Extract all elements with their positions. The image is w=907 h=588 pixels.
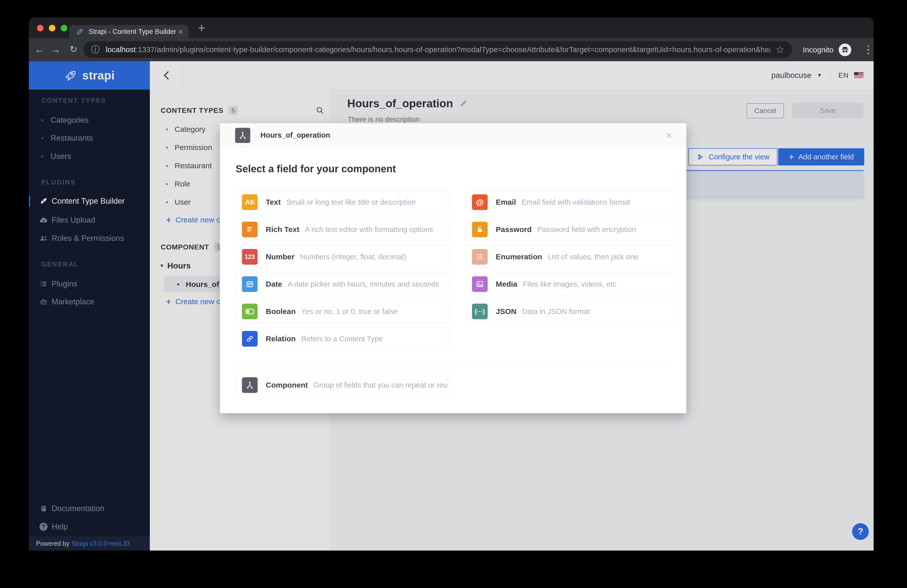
page-top-strip: paulbocuse ▼ EN: [150, 61, 873, 90]
strapi-brand-header[interactable]: strapi: [29, 61, 150, 90]
window-controls: [37, 25, 67, 31]
modal-title: Hours_of_operation: [260, 131, 665, 139]
sidebar-item-content-type-builder[interactable]: Content Type Builder: [29, 195, 150, 208]
question-circle-icon: ?: [39, 522, 48, 531]
link-chain-icon: [242, 331, 258, 347]
email-at-icon: @: [472, 194, 488, 210]
browser-toolbar: ← → ↻ ⓘ localhost:1337/admin/plugins/con…: [29, 38, 873, 61]
component-group-hours[interactable]: ▾ Hours: [150, 260, 191, 272]
user-name[interactable]: paulbocuse: [771, 71, 812, 80]
create-component-link[interactable]: + Create new com: [150, 296, 231, 307]
strapi-version-link[interactable]: Strapi v3.0.0-next.33: [72, 540, 130, 547]
sidebar-item-documentation[interactable]: Documentation: [29, 502, 150, 515]
list-icon: [39, 279, 48, 288]
field-option-component[interactable]: Component Group of fields that you can r…: [236, 374, 448, 396]
edit-pencil-icon[interactable]: [459, 99, 468, 108]
bookmark-star-icon[interactable]: ☆: [776, 44, 785, 55]
json-braces-icon: {···}: [472, 304, 488, 319]
address-bar[interactable]: ⓘ localhost:1337/admin/plugins/content-t…: [83, 41, 792, 58]
cloud-upload-icon: [39, 216, 48, 225]
bullet-icon: [166, 147, 168, 149]
field-option-media[interactable]: Media Files like images, videos, etc: [466, 273, 678, 295]
zoom-window-button[interactable]: [61, 25, 67, 31]
rich-text-icon: [242, 222, 258, 237]
locale-label[interactable]: EN: [838, 71, 849, 79]
bullet-icon: [166, 183, 168, 185]
tab-close-icon[interactable]: ×: [178, 27, 183, 36]
sidebar-heading-plugins: PLUGINS: [41, 178, 76, 186]
sidebar-item-users[interactable]: Users: [29, 150, 150, 163]
sidebar-item-plugins[interactable]: Plugins: [29, 277, 150, 290]
browser-tab[interactable]: Strapi - Content Type Builder ×: [69, 25, 189, 38]
close-window-button[interactable]: [37, 25, 43, 31]
cancel-button[interactable]: Cancel: [747, 103, 784, 119]
bullet-icon: [177, 284, 179, 285]
field-option-rich-text[interactable]: Rich Text A rich text editor with format…: [236, 218, 448, 241]
sidebar-item-categories[interactable]: Categories: [29, 114, 150, 127]
divider: [830, 70, 830, 81]
divider: [182, 61, 183, 89]
plus-icon: +: [166, 215, 171, 226]
component-icon: [242, 377, 258, 393]
sidebar-item-restaurants[interactable]: Restaurants: [29, 131, 150, 145]
panel-item-permission[interactable]: Permission: [150, 142, 212, 153]
field-option-number[interactable]: 123 Number Numbers (integer, float, deci…: [236, 245, 448, 268]
create-content-type-link[interactable]: + Create new con: [150, 214, 229, 226]
panel-item-user[interactable]: User: [150, 197, 191, 208]
browser-tabstrip: Strapi - Content Type Builder × +: [29, 18, 873, 38]
panel-heading-content-types: CONTENT TYPES 5: [161, 105, 238, 116]
brand-name: strapi: [82, 69, 115, 82]
us-flag-icon[interactable]: [854, 72, 864, 79]
text-field-icon: Ab: [242, 194, 258, 210]
field-option-json[interactable]: {···} JSON Data in JSON format: [466, 300, 678, 323]
field-option-password[interactable]: Password Password field with encryption: [466, 218, 678, 241]
help-fab-button[interactable]: ?: [852, 523, 869, 540]
save-button[interactable]: Save: [792, 103, 864, 119]
url-text: localhost:1337/admin/plugins/content-typ…: [106, 45, 770, 54]
field-option-text[interactable]: Ab Text Small or long text like title or…: [236, 191, 448, 213]
panel-item-role[interactable]: Role: [150, 178, 190, 189]
field-option-enumeration[interactable]: Enumeration List of values, then pick on…: [466, 245, 678, 268]
site-info-icon[interactable]: ⓘ: [91, 44, 100, 55]
panel-item-category[interactable]: Category: [150, 124, 205, 135]
field-option-email[interactable]: @ Email Email field with validations for…: [466, 191, 678, 213]
panel-heading-component: COMPONENT 1: [161, 242, 223, 253]
chevron-down-icon: ▾: [160, 263, 163, 269]
sidebar-item-files-upload[interactable]: Files Upload: [29, 213, 150, 227]
panel-item-restaurant[interactable]: Restaurant: [150, 160, 212, 171]
tab-title: Strapi - Content Type Builder: [88, 28, 178, 36]
toggle-icon: [242, 304, 258, 319]
sidebar-item-marketplace[interactable]: Marketplace: [29, 295, 150, 308]
incognito-label: Incognito: [803, 46, 833, 54]
chevron-down-icon[interactable]: ▼: [817, 72, 822, 78]
field-option-relation[interactable]: Relation Refers to a Content Type: [236, 327, 448, 350]
add-another-field-button[interactable]: + Add another field: [778, 148, 864, 165]
sidebar-item-roles-permissions[interactable]: Roles & Permissions: [29, 232, 150, 245]
calendar-icon: [242, 276, 258, 292]
field-option-boolean[interactable]: Boolean Yes or no, 1 or 0, true or false: [236, 300, 448, 323]
field-option-date[interactable]: Date A date picker with hours, minutes a…: [236, 273, 448, 295]
reload-icon[interactable]: ↻: [66, 42, 80, 56]
screenshot-stage: Strapi - Content Type Builder × + ← → ↻ …: [0, 0, 907, 588]
sidebar-item-help[interactable]: ? Help: [29, 520, 150, 534]
configure-view-button[interactable]: Configure the view: [688, 148, 777, 165]
lock-icon: [472, 222, 488, 237]
bullet-icon: [166, 165, 168, 167]
close-icon[interactable]: ×: [665, 130, 672, 141]
back-chevron-icon[interactable]: [159, 67, 175, 83]
search-icon[interactable]: [315, 106, 324, 115]
minimize-window-button[interactable]: [49, 25, 55, 31]
incognito-indicator: Incognito: [803, 38, 851, 61]
new-tab-button[interactable]: +: [198, 21, 205, 35]
bullet-icon: [166, 128, 168, 130]
forward-icon[interactable]: →: [49, 42, 63, 56]
component-icon: [235, 128, 250, 143]
enumeration-list-icon: [472, 249, 488, 264]
sidebar-heading-content-types: CONTENT TYPES: [41, 97, 106, 104]
choose-field-modal: Hours_of_operation × Select a field for …: [220, 123, 686, 413]
browser-menu-icon[interactable]: ⋮: [862, 42, 873, 56]
page-title: Hours_of_operation: [347, 97, 453, 110]
back-icon[interactable]: ←: [32, 42, 46, 56]
sliders-icon: [697, 153, 704, 161]
content-types-count-badge: 5: [229, 106, 238, 115]
